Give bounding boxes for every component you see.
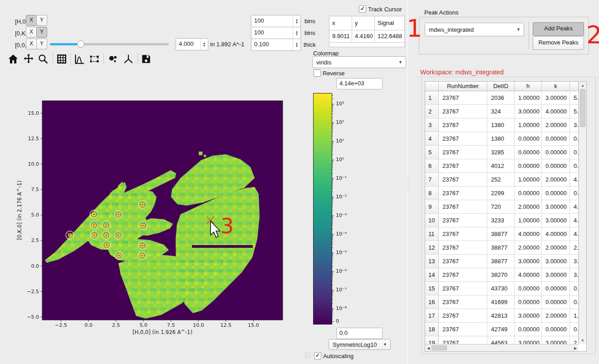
table-cell[interactable]: 3285: [487, 146, 515, 159]
table-cell[interactable]: 3.00000: [542, 268, 570, 282]
table-cell[interactable]: 2299: [487, 187, 515, 200]
table-cell[interactable]: 0.0: [570, 323, 579, 336]
table-cell[interactable]: 3.00000: [515, 105, 542, 118]
peaks-table-rows[interactable]: 12376720361.000003.000005.02237673243.00…: [425, 91, 579, 344]
table-cell[interactable]: 3.0: [570, 268, 579, 282]
vertical-scroll-thumb[interactable]: [580, 89, 585, 127]
spin-arrows-icon[interactable]: ▲▼: [293, 39, 300, 50]
table-cell[interactable]: 252: [487, 173, 515, 187]
table-cell[interactable]: 0.0: [570, 187, 579, 200]
table-cell[interactable]: 2.00000: [542, 118, 570, 132]
table-cell[interactable]: 0.00000: [515, 146, 542, 159]
table-cell[interactable]: 23767: [439, 146, 487, 159]
row-header[interactable]: 11: [425, 227, 439, 241]
autoscaling-checkbox[interactable]: ✓: [314, 352, 321, 359]
thickness-spinbox[interactable]: 0.100 ▲▼: [251, 39, 301, 51]
slice-viewer-plot[interactable]: 3 −2.50.02.55.07.510.012.515.015.012.510…: [14, 98, 293, 340]
table-cell[interactable]: 23767: [439, 295, 487, 309]
table-cell[interactable]: 38877: [487, 255, 515, 268]
table-cell[interactable]: 23767: [439, 309, 487, 323]
table-cell[interactable]: 38270: [487, 268, 515, 282]
table-cell[interactable]: 23767: [439, 91, 487, 105]
track-cursor-checkbox[interactable]: ✓: [359, 5, 366, 13]
table-cell[interactable]: 0.00000: [542, 132, 570, 146]
table-cell[interactable]: 23767: [439, 159, 487, 173]
table-cell[interactable]: 2.00000: [515, 241, 542, 255]
row-header[interactable]: 18: [425, 323, 439, 336]
row-header[interactable]: 15: [425, 282, 439, 295]
colorbar-max-field[interactable]: 4.14e+03: [336, 78, 383, 89]
peaks-workspace-select[interactable]: mdws_integrated▼: [425, 23, 524, 36]
grid-icon[interactable]: [56, 53, 68, 65]
row-header[interactable]: 9: [425, 200, 439, 214]
table-cell[interactable]: 2.00000: [542, 173, 570, 187]
table-cell[interactable]: 0.00000: [542, 159, 570, 173]
peaks-table[interactable]: RunNumberDetIDhk 12376720361.000003.0000…: [425, 81, 587, 352]
table-cell[interactable]: 3.00000: [515, 309, 542, 323]
scroll-down-icon[interactable]: ▼: [579, 339, 586, 343]
table-cell[interactable]: 324: [487, 105, 515, 118]
table-cell[interactable]: 4.0: [570, 173, 579, 187]
slice-value-spinbox[interactable]: 4.000 ▲▼: [176, 38, 208, 50]
column-header[interactable]: DetID: [487, 82, 515, 91]
column-header[interactable]: k: [542, 82, 570, 91]
table-cell[interactable]: 0.0: [570, 159, 579, 173]
save-icon[interactable]: [140, 53, 152, 65]
table-cell[interactable]: 23767: [439, 132, 487, 146]
table-cell[interactable]: 3.0: [570, 255, 579, 268]
table-cell[interactable]: 4.00000: [515, 227, 542, 241]
table-cell[interactable]: 5.0: [570, 105, 579, 118]
table-cell[interactable]: 4.0: [570, 227, 579, 241]
table-cell[interactable]: 44563: [487, 336, 515, 344]
table-cell[interactable]: 1.00000: [515, 173, 542, 187]
row-header[interactable]: 14: [425, 268, 439, 282]
vertical-scrollbar[interactable]: ▲ ▼: [579, 82, 586, 344]
colormap-select[interactable]: viridis▼: [312, 56, 406, 68]
table-cell[interactable]: 23767: [439, 255, 487, 268]
table-cell[interactable]: 5.0: [570, 91, 579, 105]
zoom-icon[interactable]: [37, 53, 49, 65]
table-cell[interactable]: 43730: [487, 282, 515, 295]
table-cell[interactable]: 4.0: [570, 214, 579, 227]
table-cell[interactable]: 0.00000: [542, 187, 570, 200]
table-cell[interactable]: 23767: [439, 323, 487, 336]
table-cell[interactable]: 0.0: [570, 132, 579, 146]
table-cell[interactable]: 3.0: [570, 118, 579, 132]
column-header[interactable]: [570, 82, 579, 91]
table-cell[interactable]: 1.00000: [515, 91, 542, 105]
table-cell[interactable]: 1380: [487, 118, 515, 132]
table-cell[interactable]: 4012: [487, 159, 515, 173]
row-header[interactable]: 2: [425, 105, 439, 118]
table-cell[interactable]: 0.00000: [542, 323, 570, 336]
table-cell[interactable]: 41699: [487, 295, 515, 309]
scroll-up-icon[interactable]: ▲: [579, 84, 586, 88]
dim-00l-x-button[interactable]: X: [26, 39, 37, 49]
table-cell[interactable]: 23767: [439, 187, 487, 200]
table-cell[interactable]: 23767: [439, 336, 487, 344]
table-cell[interactable]: 1.00000: [515, 214, 542, 227]
remove-peaks-button[interactable]: Remove Peaks: [533, 36, 584, 50]
pan-icon[interactable]: [23, 53, 34, 65]
table-cell[interactable]: 42749: [487, 323, 515, 336]
table-cell[interactable]: 0.0: [570, 282, 579, 295]
slice-slider[interactable]: [50, 40, 169, 48]
table-cell[interactable]: 720: [487, 200, 515, 214]
table-cell[interactable]: 23767: [439, 268, 487, 282]
table-cell[interactable]: 0.00000: [515, 282, 542, 295]
horizontal-scrollbar[interactable]: ◀ ▶: [425, 344, 579, 351]
table-cell[interactable]: 0.00000: [515, 187, 542, 200]
dim-0k0-y-button[interactable]: Y: [36, 27, 47, 38]
scroll-right-icon[interactable]: ▶: [573, 346, 578, 350]
table-cell[interactable]: 23767: [439, 173, 487, 187]
table-cell[interactable]: 23767: [439, 282, 487, 295]
table-cell[interactable]: 2036: [487, 91, 515, 105]
table-cell[interactable]: 3.00000: [542, 91, 570, 105]
column-header[interactable]: [425, 82, 439, 91]
add-peaks-button[interactable]: Add Peaks: [533, 22, 584, 36]
row-header[interactable]: 10: [425, 214, 439, 227]
spin-arrows-icon[interactable]: ▲▼: [293, 15, 300, 27]
table-cell[interactable]: 2.00000: [515, 200, 542, 214]
table-cell[interactable]: 1380: [487, 132, 515, 146]
table-cell[interactable]: 3.00000: [515, 336, 542, 344]
table-cell[interactable]: 4.00000: [515, 268, 542, 282]
